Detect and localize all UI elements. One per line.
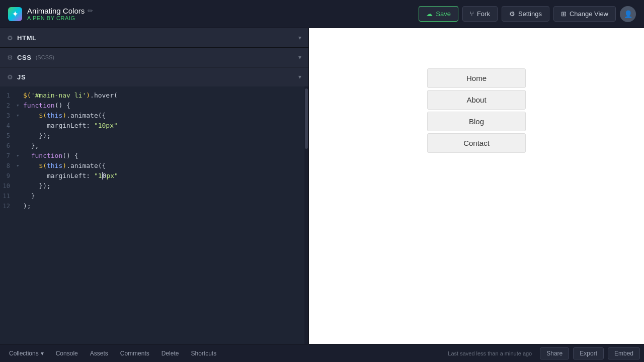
preview-nav-item: Home	[427, 68, 526, 88]
preview-content: HomeAboutBlogContact	[309, 28, 644, 344]
save-status: Last saved less than a minute ago	[448, 350, 532, 356]
js-section: ⚙ JS ▾ 1 $('#main-nav li').hover( 2	[0, 67, 308, 344]
shortcuts-button[interactable]: Shortcuts	[186, 348, 221, 359]
save-label: Save	[436, 10, 451, 18]
code-line-1: 1 $('#main-nav li').hover(	[0, 90, 308, 101]
pen-title: Animating Colors ✏	[27, 7, 93, 15]
css-header-left: ⚙ CSS (SCSS)	[7, 54, 54, 61]
css-gear-icon[interactable]: ⚙	[7, 54, 13, 61]
css-collapse-icon[interactable]: ▾	[298, 54, 301, 61]
settings-label: Settings	[518, 10, 542, 18]
css-badge: (SCSS)	[36, 54, 54, 60]
comments-button[interactable]: Comments	[115, 348, 154, 359]
js-section-title: JS	[17, 73, 26, 81]
collections-dropdown-icon: ▾	[41, 350, 44, 357]
html-header-left: ⚙ HTML	[7, 34, 37, 42]
embed-button[interactable]: Embed	[608, 347, 640, 359]
footer-left: Collections ▾ Console Assets Comments De…	[4, 348, 221, 359]
code-line-10: 10 });	[0, 181, 308, 191]
fork-label: Fork	[477, 10, 490, 18]
settings-button[interactable]: ⚙ Settings	[502, 6, 549, 22]
html-section-header[interactable]: ⚙ HTML ▾	[0, 28, 308, 47]
code-line-6: 6 },	[0, 141, 308, 151]
change-view-icon: ⊞	[561, 10, 567, 18]
assets-button[interactable]: Assets	[85, 348, 113, 359]
code-area: 1 $('#main-nav li').hover( 2 ▾ function(…	[0, 86, 308, 344]
html-section: ⚙ HTML ▾	[0, 28, 308, 48]
settings-icon: ⚙	[509, 10, 515, 18]
js-collapse-icon[interactable]: ▾	[298, 73, 301, 80]
pen-subtitle: A PEN BY Craig	[27, 15, 93, 21]
preview-nav-item: About	[427, 90, 526, 110]
collections-button[interactable]: Collections ▾	[4, 348, 49, 359]
preview-nav-item: Blog	[427, 112, 526, 131]
share-button[interactable]: Share	[540, 347, 569, 359]
edit-pen-icon[interactable]: ✏	[88, 7, 93, 15]
collections-label: Collections	[9, 350, 39, 357]
fork-icon: ⑂	[470, 10, 474, 18]
code-line-11: 11 }	[0, 191, 308, 201]
export-button[interactable]: Export	[573, 347, 604, 359]
css-section-header[interactable]: ⚙ CSS (SCSS) ▾	[0, 48, 308, 67]
code-line-2: 2 ▾ function() {	[0, 101, 308, 111]
change-view-label: Change View	[570, 10, 608, 18]
scrollbar-thumb[interactable]	[305, 88, 308, 149]
js-header-left: ⚙ JS	[7, 73, 26, 81]
header: ✦ Animating Colors ✏ A PEN BY Craig ☁ Sa…	[0, 0, 644, 28]
logo-icon: ✦	[8, 7, 22, 21]
scrollbar[interactable]	[304, 86, 308, 344]
header-left: ✦ Animating Colors ✏ A PEN BY Craig	[8, 7, 419, 21]
delete-button[interactable]: Delete	[156, 348, 184, 359]
code-line-3: 3 ▾ $(this).animate({	[0, 111, 308, 121]
fork-button[interactable]: ⑂ Fork	[462, 6, 498, 22]
js-section-header[interactable]: ⚙ JS ▾	[0, 67, 308, 86]
avatar[interactable]: 👤	[620, 6, 636, 22]
pen-title-area: Animating Colors ✏ A PEN BY Craig	[27, 7, 93, 21]
css-section-title: CSS	[17, 54, 32, 61]
save-button[interactable]: ☁ Save	[419, 6, 458, 22]
js-gear-icon[interactable]: ⚙	[7, 73, 13, 81]
js-editor[interactable]: 1 $('#main-nav li').hover( 2 ▾ function(…	[0, 86, 308, 344]
footer: Collections ▾ Console Assets Comments De…	[0, 344, 644, 362]
editor-panel: ⚙ HTML ▾ ⚙ CSS (SCSS) ▾ ⚙ JS	[0, 28, 309, 344]
console-button[interactable]: Console	[51, 348, 83, 359]
code-line-12: 12 );	[0, 201, 308, 211]
code-line-5: 5 });	[0, 131, 308, 141]
html-section-title: HTML	[17, 34, 37, 42]
code-line-7: 7 ▾ function() {	[0, 151, 308, 161]
footer-right: Last saved less than a minute ago Share …	[448, 347, 640, 359]
preview-nav-item: Contact	[427, 133, 526, 153]
pen-title-text: Animating Colors	[27, 7, 85, 15]
code-line-4: 4 marginLeft: "10px"	[0, 121, 308, 131]
css-section: ⚙ CSS (SCSS) ▾	[0, 48, 308, 67]
code-line-9: 9 marginLeft: "10px"	[0, 171, 308, 181]
html-collapse-icon[interactable]: ▾	[298, 34, 301, 41]
main: ⚙ HTML ▾ ⚙ CSS (SCSS) ▾ ⚙ JS	[0, 28, 644, 344]
code-line-8: 8 ▾ $(this).animate({	[0, 161, 308, 171]
preview-panel: HomeAboutBlogContact	[309, 28, 644, 344]
html-gear-icon[interactable]: ⚙	[7, 34, 13, 42]
header-actions: ☁ Save ⑂ Fork ⚙ Settings ⊞ Change View 👤	[419, 6, 636, 22]
save-icon: ☁	[426, 10, 433, 18]
change-view-button[interactable]: ⊞ Change View	[553, 6, 616, 22]
